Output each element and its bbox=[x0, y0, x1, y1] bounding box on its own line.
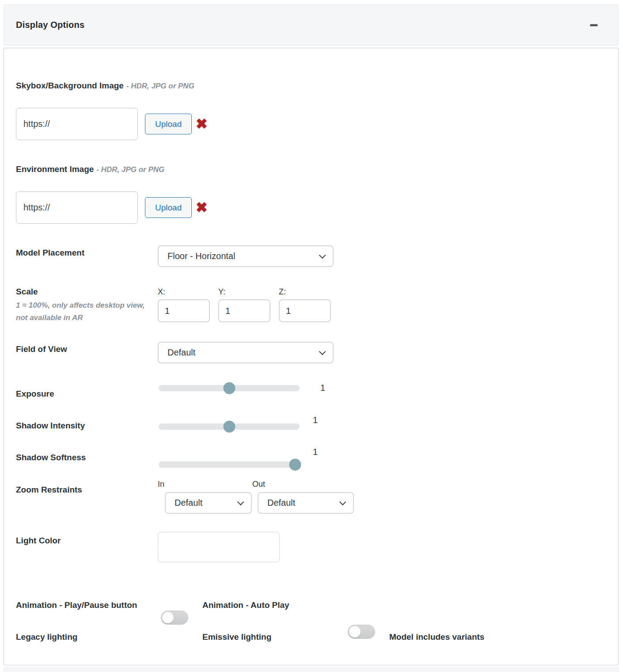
zoom-out-select[interactable]: Default bbox=[258, 492, 354, 514]
shadow-intensity-value: 1 bbox=[313, 415, 318, 425]
environment-label: Environment Image bbox=[16, 164, 94, 174]
scale-hint-line1: 1 = 100%, only affects desktop view, bbox=[16, 301, 145, 310]
exposure-label: Exposure bbox=[16, 389, 54, 399]
scale-z-input[interactable] bbox=[279, 299, 331, 322]
shadow-intensity-label: Shadow Intensity bbox=[16, 421, 85, 431]
display-options-panel: Skybox/Background Image- HDR, JPG or PNG… bbox=[4, 48, 619, 665]
model-placement-label: Model Placement bbox=[16, 248, 84, 258]
zoom-in-label: In bbox=[158, 480, 164, 489]
environment-upload-button[interactable]: Upload bbox=[145, 197, 192, 218]
chevron-down-icon bbox=[237, 499, 244, 506]
exposure-slider[interactable] bbox=[159, 385, 300, 391]
skybox-label: Skybox/Background Image bbox=[16, 81, 124, 90]
toggle-knob bbox=[162, 612, 174, 623]
animation-auto-play-toggle[interactable] bbox=[348, 625, 375, 639]
zoom-out-label: Out bbox=[252, 480, 265, 489]
toggle-knob bbox=[349, 626, 361, 638]
model-includes-variants-label: Model includes variants bbox=[389, 632, 484, 642]
shadow-softness-slider-thumb[interactable] bbox=[289, 459, 301, 471]
field-of-view-value: Default bbox=[167, 347, 195, 358]
light-color-input[interactable] bbox=[158, 532, 280, 562]
scale-y-label: Y: bbox=[218, 287, 225, 297]
exposure-slider-thumb[interactable] bbox=[223, 382, 235, 394]
field-of-view-select[interactable]: Default bbox=[158, 342, 334, 363]
skybox-upload-button[interactable]: Upload bbox=[145, 114, 192, 134]
environment-hint: - HDR, JPG or PNG bbox=[96, 165, 164, 174]
shadow-intensity-slider[interactable] bbox=[159, 424, 300, 430]
field-of-view-label: Field of View bbox=[16, 344, 67, 354]
zoom-in-select[interactable]: Default bbox=[165, 492, 252, 514]
zoom-in-value: Default bbox=[175, 498, 202, 508]
zoom-restraints-label: Zoom Restraints bbox=[16, 485, 82, 495]
light-color-label: Light Color bbox=[16, 536, 61, 546]
environment-label-row: Environment Image- HDR, JPG or PNG bbox=[16, 164, 164, 174]
shadow-intensity-slider-thumb[interactable] bbox=[223, 421, 235, 433]
scale-hint-line2: not available in AR bbox=[16, 313, 83, 322]
scale-z-label: Z: bbox=[279, 287, 286, 297]
collapse-button[interactable] bbox=[588, 20, 600, 30]
skybox-label-row: Skybox/Background Image- HDR, JPG or PNG bbox=[16, 81, 194, 91]
skybox-remove-icon[interactable]: ✖ bbox=[196, 117, 208, 131]
chevron-down-icon bbox=[319, 252, 326, 259]
shadow-softness-slider[interactable] bbox=[159, 462, 300, 468]
shadow-softness-value: 1 bbox=[313, 447, 318, 457]
animation-play-pause-label: Animation - Play/Pause button bbox=[16, 600, 137, 610]
chevron-down-icon bbox=[339, 499, 346, 506]
animation-auto-play-label: Animation - Auto Play bbox=[202, 600, 289, 610]
zoom-out-value: Default bbox=[267, 498, 295, 508]
legacy-lighting-label: Legacy lighting bbox=[16, 632, 77, 642]
exposure-value: 1 bbox=[320, 383, 325, 393]
display-options-header[interactable]: Display Options bbox=[4, 4, 619, 46]
shadow-softness-label: Shadow Softness bbox=[16, 453, 86, 462]
model-placement-value: Floor - Horizontal bbox=[167, 251, 235, 261]
scale-y-input[interactable] bbox=[218, 299, 270, 322]
panel-title: Display Options bbox=[16, 20, 84, 30]
environment-url-input[interactable] bbox=[16, 191, 138, 224]
next-accordion-section[interactable] bbox=[4, 668, 619, 672]
minus-icon bbox=[590, 24, 598, 27]
model-placement-select[interactable]: Floor - Horizontal bbox=[158, 245, 334, 267]
emissive-lighting-label: Emissive lighting bbox=[202, 632, 271, 642]
skybox-url-input[interactable] bbox=[16, 108, 138, 140]
scale-x-input[interactable] bbox=[158, 299, 210, 322]
scale-label: Scale bbox=[16, 287, 38, 297]
animation-play-pause-toggle[interactable] bbox=[161, 611, 188, 625]
skybox-hint: - HDR, JPG or PNG bbox=[126, 82, 194, 90]
environment-remove-icon[interactable]: ✖ bbox=[196, 200, 208, 214]
scale-x-label: X: bbox=[158, 287, 165, 297]
chevron-down-icon bbox=[319, 348, 326, 355]
